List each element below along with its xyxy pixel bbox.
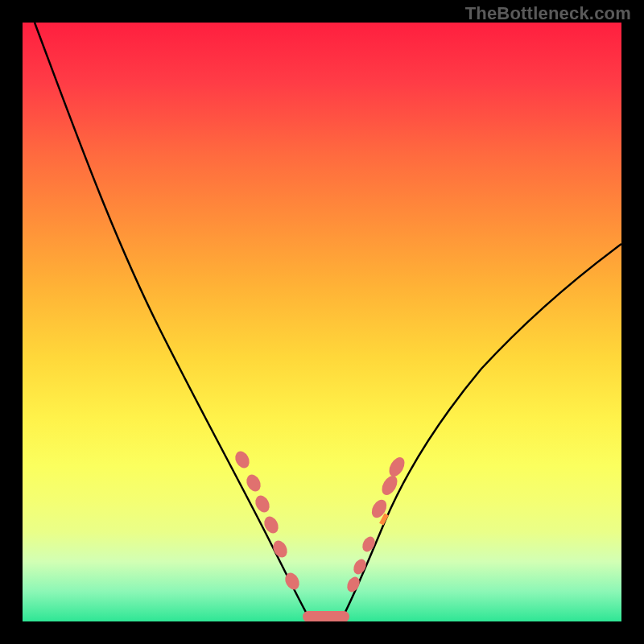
marker-left — [244, 473, 263, 494]
marker-right — [386, 455, 408, 480]
chart-frame: TheBottleneck.com — [0, 0, 644, 644]
marker-bottom-bar — [303, 611, 349, 621]
watermark-text: TheBottleneck.com — [465, 3, 631, 24]
curve-right — [343, 244, 621, 617]
plot-area — [23, 23, 621, 621]
marker-right — [345, 575, 362, 594]
marker-left — [233, 449, 252, 471]
bottleneck-curve — [23, 23, 621, 621]
